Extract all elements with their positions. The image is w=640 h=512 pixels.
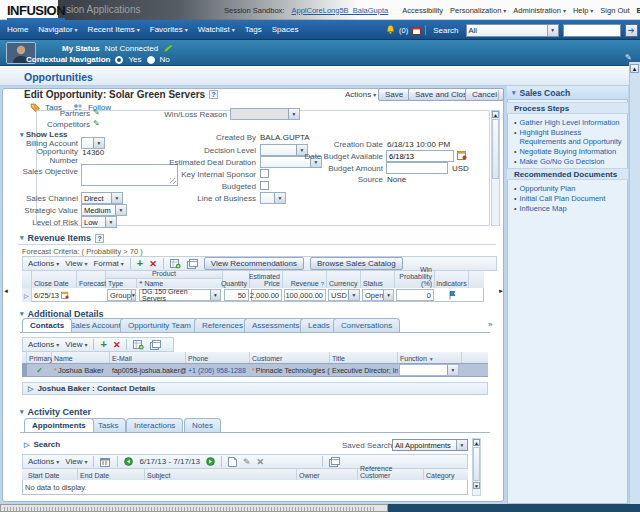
budgeted-checkbox[interactable] [260, 181, 269, 190]
revenue-col-type[interactable]: Type [106, 279, 137, 288]
session-sandbox-link[interactable]: ApplCoreLong5B_BalaGupta [291, 6, 388, 15]
contacts-col-email[interactable]: E-Mail [110, 352, 186, 363]
tab-notes[interactable]: Notes [184, 418, 221, 432]
revenue-row-selector[interactable]: ▷ [22, 288, 32, 302]
personalization-menu[interactable]: Personalization▾ [450, 6, 506, 15]
pencil-icon[interactable]: ✎ [625, 53, 632, 62]
help-icon[interactable]: ? [95, 234, 104, 243]
date-picker-icon[interactable] [457, 150, 467, 160]
revenue-col-currency[interactable]: Currency [327, 271, 361, 288]
sort-icon[interactable]: ▼ [429, 356, 434, 362]
accessibility-link[interactable]: Accessibility [402, 6, 443, 15]
appointments-search-expander[interactable]: ▷ Search [24, 440, 60, 449]
process-step-item[interactable]: •Highlight Business Requirements and Opp… [514, 128, 622, 146]
date-picker-icon[interactable] [61, 291, 69, 299]
budget-available-input[interactable] [386, 150, 454, 162]
revenue-col-est-price[interactable]: Estimated Price [250, 271, 283, 288]
line-of-business-select[interactable]: ▾ [260, 192, 286, 204]
revenue-revenue-cell[interactable]: 100,000.00 [284, 289, 326, 301]
sales-objective-textarea[interactable] [81, 164, 178, 186]
strategic-value-select[interactable]: Medium▾ [81, 204, 127, 216]
saved-search-select[interactable]: All Appointments ▾ [392, 439, 468, 451]
help-icon[interactable]: ? [209, 90, 218, 99]
appt-col-owner[interactable]: Owner [297, 469, 358, 480]
contact-name-cell[interactable]: *Joshua Baker [52, 364, 110, 376]
tab-interactions[interactable]: Interactions [126, 418, 183, 432]
level-of-risk-select[interactable]: Low▾ [81, 216, 117, 228]
revenue-indicators-cell[interactable] [435, 288, 469, 302]
delete-appointment-icon[interactable]: ✕ [257, 457, 265, 467]
nav-watchlist[interactable]: Watchlist▾ [198, 25, 235, 34]
nav-spaces[interactable]: Spaces [272, 25, 299, 34]
process-step-item[interactable]: •Negotiate Buying Information [514, 147, 622, 156]
nav-recent-items[interactable]: Recent Items▾ [88, 25, 140, 34]
scroll-up-icon[interactable]: ▲ [630, 64, 639, 73]
appointments-actions-menu[interactable]: Actions▾ [28, 457, 59, 466]
revenue-col-name[interactable]: ** Name [137, 279, 223, 288]
revenue-view-menu[interactable]: View▾ [65, 259, 87, 268]
process-step-item[interactable]: •Gather High Level Information [514, 118, 622, 127]
scroll-up-icon[interactable]: ▲ [492, 111, 499, 118]
contact-phone-link[interactable]: +1 (206) 958-1288 [186, 364, 250, 376]
revenue-type-select[interactable]: Group▾ [107, 289, 136, 301]
nav-home[interactable]: Home [7, 25, 28, 34]
revenue-col-forecast[interactable]: Forecast [77, 271, 106, 288]
appt-col-subject[interactable]: Subject [145, 469, 297, 480]
search-scope-select[interactable]: All ▾ [466, 24, 559, 37]
nav-tags[interactable]: Tags [245, 25, 262, 34]
sales-channel-select[interactable]: Direct▾ [81, 192, 123, 204]
browse-sales-catalog-button[interactable]: Browse Sales Catalog [310, 257, 403, 270]
contextual-yes-radio[interactable] [115, 56, 123, 64]
form-scrollbar[interactable]: ▲ [491, 110, 500, 226]
key-sponsor-checkbox[interactable] [260, 169, 269, 178]
revenue-col-indicators[interactable]: Indicators [435, 271, 469, 288]
contact-function-select[interactable]: ▾ [399, 364, 459, 376]
contacts-view-menu[interactable]: View▾ [65, 340, 87, 349]
revenue-close-date-cell[interactable]: 6/25/13 [32, 288, 77, 302]
next-range-icon[interactable] [206, 457, 215, 466]
edit-competitors-icon[interactable]: ✎ [93, 119, 100, 128]
tab-conversations[interactable]: Conversations [333, 318, 400, 332]
search-go-button[interactable]: ➔ [625, 24, 638, 37]
delete-row-icon[interactable]: ✕ [149, 259, 157, 269]
administration-menu[interactable]: Administration▾ [513, 6, 566, 15]
tab-references[interactable]: References [194, 318, 251, 332]
help-menu[interactable]: Help▾ [573, 6, 593, 15]
nav-favorites[interactable]: Favorites▾ [150, 25, 188, 34]
detach-table-icon[interactable] [329, 457, 340, 467]
revenue-format-menu[interactable]: Format▾ [93, 259, 123, 268]
contextual-no-radio[interactable] [147, 56, 155, 64]
nav-navigator[interactable]: Navigator▾ [38, 25, 77, 34]
edit-appointment-icon[interactable]: ✎ [243, 457, 251, 467]
previous-range-icon[interactable] [124, 457, 133, 466]
revenue-col-status[interactable]: Status [361, 271, 395, 288]
revenue-forecast-cell[interactable] [77, 288, 106, 302]
budget-amount-input[interactable] [386, 162, 448, 174]
tab-overflow-icon[interactable]: » [488, 320, 492, 329]
sign-out-link[interactable]: Sign Out [600, 6, 629, 15]
sales-coach-header[interactable]: ▾ Sales Coach [507, 86, 628, 100]
recommended-doc-item[interactable]: •Influence Map [514, 204, 622, 213]
revenue-status-select[interactable]: Open▾ [362, 289, 394, 301]
splitter-right-icon[interactable]: ► [498, 288, 504, 294]
scroll-thumb[interactable] [473, 447, 480, 481]
actions-menu-button[interactable]: Actions▾ [345, 90, 376, 99]
page-scrollbar[interactable]: ▲ [629, 62, 640, 504]
contacts-col-phone[interactable]: Phone [186, 352, 250, 363]
calendar-icon[interactable] [412, 26, 421, 35]
contact-details-expander[interactable]: ▷ Joshua Baker : Contact Details [22, 382, 488, 395]
source-value-link[interactable]: None [387, 175, 406, 184]
scroll-up-icon[interactable]: ▲ [473, 439, 480, 446]
splitter-left-icon[interactable]: ◄ [3, 288, 9, 294]
search-input[interactable] [563, 24, 621, 37]
activity-center-header[interactable]: ▾ Activity Center [20, 407, 91, 417]
contacts-col-function[interactable]: Function▼ [398, 352, 462, 363]
recommended-doc-item[interactable]: •Initial Call Plan Document [514, 194, 622, 203]
recommended-doc-item[interactable]: •Opportunity Plan [514, 184, 622, 193]
revenue-col-win-prob[interactable]: Win Probability (%) [395, 271, 435, 288]
edit-status-icon[interactable] [163, 44, 173, 53]
detach-table-icon[interactable] [150, 340, 161, 350]
appt-col-reference-customer[interactable]: Reference Customer [358, 469, 424, 480]
appointments-view-menu[interactable]: View▾ [65, 457, 87, 466]
delete-contact-icon[interactable]: ✕ [113, 340, 121, 350]
